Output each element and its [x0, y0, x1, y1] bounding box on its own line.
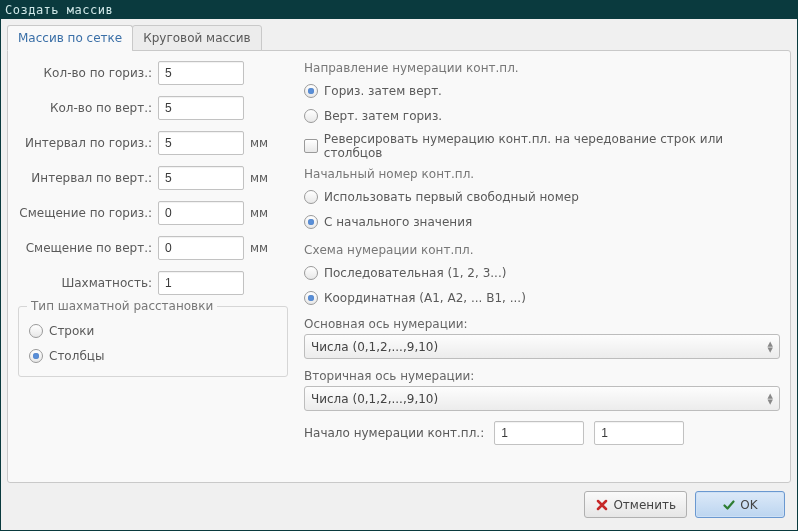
cancel-icon	[595, 498, 609, 512]
primary-axis-block: Основная ось нумерации: Числа (0,1,2,...…	[304, 317, 780, 359]
label-offset-vertical: Смещение по верт.:	[18, 241, 158, 255]
radio-direction-hv[interactable]: Гориз. затем верт.	[304, 80, 780, 102]
radio-stagger-cols[interactable]: Столбцы	[29, 345, 277, 367]
radio-scheme-sequential[interactable]: Последовательная (1, 2, 3...)	[304, 262, 780, 284]
radio-start-free[interactable]: Использовать первый свободный номер	[304, 186, 780, 208]
tab-pane: Кол-во по гориз.: Кол-во по верт.: Интер…	[7, 50, 791, 483]
select-primary-axis-value: Числа (0,1,2,...,9,10)	[311, 340, 438, 354]
unit-offset-horizontal: мм	[250, 206, 268, 220]
tab-grid-array-label: Массив по сетке	[18, 31, 122, 45]
cancel-button[interactable]: Отменить	[584, 491, 687, 518]
input-interval-horizontal[interactable]	[158, 131, 244, 155]
label-count-vertical: Кол-во по верт.:	[18, 101, 158, 115]
dialog-footer: Отменить OK	[7, 483, 791, 524]
group-scheme: Схема нумерации конт.пл. Последовательна…	[304, 243, 780, 309]
tab-circular-array-label: Круговой массив	[143, 31, 250, 45]
radio-icon	[29, 324, 43, 338]
group-scheme-title: Схема нумерации конт.пл.	[304, 243, 780, 257]
radio-stagger-cols-label: Столбцы	[49, 349, 104, 363]
radio-start-free-label: Использовать первый свободный номер	[324, 190, 579, 204]
secondary-axis-block: Вторичная ось нумерации: Числа (0,1,2,..…	[304, 369, 780, 411]
row-start-numbers: Начало нумерации конт.пл.:	[304, 421, 780, 445]
ok-button[interactable]: OK	[695, 491, 785, 518]
unit-interval-horizontal: мм	[250, 136, 268, 150]
radio-icon	[304, 84, 318, 98]
dialog-window: Создать массив Массив по сетке Круговой …	[0, 0, 798, 531]
label-interval-horizontal: Интервал по гориз.:	[18, 136, 158, 150]
dialog-content: Массив по сетке Круговой массив Кол-во п…	[1, 19, 797, 530]
tab-bar: Массив по сетке Круговой массив	[7, 25, 791, 51]
tab-circular-array[interactable]: Круговой массив	[132, 25, 261, 51]
radio-icon	[304, 215, 318, 229]
row-offset-horizontal: Смещение по гориз.: мм	[18, 201, 288, 225]
label-start-numbers: Начало нумерации конт.пл.:	[304, 426, 484, 440]
radio-icon	[304, 109, 318, 123]
row-offset-vertical: Смещение по верт.: мм	[18, 236, 288, 260]
radio-icon	[304, 266, 318, 280]
group-stagger-type: Тип шахматной расстановки Строки Столбцы	[18, 306, 288, 377]
ok-button-label: OK	[740, 498, 757, 512]
label-offset-horizontal: Смещение по гориз.:	[18, 206, 158, 220]
radio-stagger-rows-label: Строки	[49, 324, 94, 338]
label-interval-vertical: Интервал по верт.:	[18, 171, 158, 185]
group-start-number: Начальный номер конт.пл. Использовать пе…	[304, 167, 780, 233]
radio-direction-hv-label: Гориз. затем верт.	[324, 84, 442, 98]
input-count-vertical[interactable]	[158, 96, 244, 120]
input-start-b[interactable]	[594, 421, 684, 445]
radio-scheme-coordinate-label: Координатная (A1, A2, ... B1, ...)	[324, 291, 526, 305]
select-primary-axis[interactable]: Числа (0,1,2,...,9,10) ▲▼	[304, 334, 780, 359]
group-stagger-type-title: Тип шахматной расстановки	[27, 299, 217, 313]
checkbox-reverse-numbering[interactable]: Реверсировать нумерацию конт.пл. на чере…	[304, 135, 780, 157]
radio-icon	[304, 291, 318, 305]
left-column: Кол-во по гориз.: Кол-во по верт.: Интер…	[18, 61, 288, 472]
unit-interval-vertical: мм	[250, 171, 268, 185]
group-direction: Направление нумерации конт.пл. Гориз. за…	[304, 61, 780, 127]
radio-icon	[29, 349, 43, 363]
radio-icon	[304, 190, 318, 204]
radio-scheme-coordinate[interactable]: Координатная (A1, A2, ... B1, ...)	[304, 287, 780, 309]
radio-direction-vh[interactable]: Верт. затем гориз.	[304, 105, 780, 127]
ok-icon	[722, 498, 736, 512]
window-title: Создать массив	[5, 3, 113, 17]
row-interval-vertical: Интервал по верт.: мм	[18, 166, 288, 190]
updown-icon: ▲▼	[768, 393, 773, 405]
radio-stagger-rows[interactable]: Строки	[29, 320, 277, 342]
radio-start-value-label: С начального значения	[324, 215, 472, 229]
radio-start-value[interactable]: С начального значения	[304, 211, 780, 233]
checkbox-icon	[304, 139, 318, 153]
updown-icon: ▲▼	[768, 341, 773, 353]
select-secondary-axis-value: Числа (0,1,2,...,9,10)	[311, 392, 438, 406]
group-direction-title: Направление нумерации конт.пл.	[304, 61, 780, 75]
select-secondary-axis[interactable]: Числа (0,1,2,...,9,10) ▲▼	[304, 386, 780, 411]
window-titlebar: Создать массив	[1, 1, 797, 19]
tab-grid-array[interactable]: Массив по сетке	[7, 25, 133, 51]
cancel-button-label: Отменить	[613, 498, 676, 512]
label-secondary-axis: Вторичная ось нумерации:	[304, 369, 780, 383]
label-count-horizontal: Кол-во по гориз.:	[18, 66, 158, 80]
row-count-vertical: Кол-во по верт.:	[18, 96, 288, 120]
input-interval-vertical[interactable]	[158, 166, 244, 190]
label-stagger: Шахматность:	[18, 276, 158, 290]
group-start-number-title: Начальный номер конт.пл.	[304, 167, 780, 181]
radio-direction-vh-label: Верт. затем гориз.	[324, 109, 442, 123]
row-interval-horizontal: Интервал по гориз.: мм	[18, 131, 288, 155]
right-column: Направление нумерации конт.пл. Гориз. за…	[304, 61, 780, 472]
input-count-horizontal[interactable]	[158, 61, 244, 85]
unit-offset-vertical: мм	[250, 241, 268, 255]
label-primary-axis: Основная ось нумерации:	[304, 317, 780, 331]
input-stagger[interactable]	[158, 271, 244, 295]
input-start-a[interactable]	[494, 421, 584, 445]
row-stagger: Шахматность:	[18, 271, 288, 295]
row-count-horizontal: Кол-во по гориз.:	[18, 61, 288, 85]
checkbox-reverse-label: Реверсировать нумерацию конт.пл. на чере…	[324, 132, 780, 160]
radio-scheme-sequential-label: Последовательная (1, 2, 3...)	[324, 266, 506, 280]
input-offset-horizontal[interactable]	[158, 201, 244, 225]
input-offset-vertical[interactable]	[158, 236, 244, 260]
